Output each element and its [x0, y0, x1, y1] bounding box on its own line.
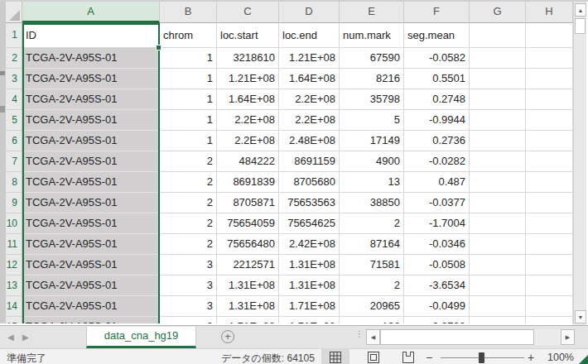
cell[interactable]: 8691159 — [279, 151, 340, 172]
vertical-scrollbar-thumb[interactable] — [575, 18, 586, 34]
horizontal-scrollbar-thumb[interactable] — [380, 329, 534, 345]
cell[interactable]: TCGA-2V-A95S-01 — [22, 151, 160, 172]
scrollbar-splitter-icon[interactable]: ⋮ — [355, 332, 358, 336]
zoom-in-icon[interactable]: + — [528, 351, 534, 364]
cell[interactable]: TCGA-2V-A95S-01 — [22, 89, 160, 110]
cell[interactable]: 75654625 — [279, 213, 340, 234]
cell[interactable]: 5 — [340, 110, 404, 131]
cell[interactable] — [470, 48, 526, 69]
cell[interactable]: 0.2748 — [404, 89, 470, 110]
cell[interactable]: 1.21E+08 — [217, 69, 279, 89]
cell[interactable]: -0.0508 — [404, 255, 470, 275]
page-break-view-button[interactable] — [397, 349, 420, 364]
cell[interactable]: ID — [22, 23, 160, 48]
cell[interactable]: 1 — [160, 89, 217, 110]
row-header-2[interactable]: 2 — [6, 48, 22, 69]
cell[interactable]: loc.end — [279, 23, 340, 48]
cell[interactable] — [526, 89, 573, 110]
cell[interactable]: 1.71E+08 — [279, 317, 340, 323]
cell[interactable]: TCGA-2V-A95S-01 — [22, 172, 160, 193]
column-header-e[interactable]: E — [340, 2, 404, 23]
page-layout-view-button[interactable] — [362, 349, 385, 364]
row-header-1[interactable]: 1 — [6, 23, 22, 48]
cell[interactable]: TCGA-2V-A95S-01 — [22, 69, 160, 89]
row-header-8[interactable]: 8 — [6, 172, 22, 193]
cell[interactable]: 20965 — [340, 296, 404, 317]
scroll-up-icon[interactable]: ▲ — [575, 3, 586, 17]
cell[interactable] — [526, 193, 573, 213]
column-header-b[interactable]: B — [160, 2, 217, 23]
cell[interactable] — [526, 213, 573, 234]
cell[interactable]: loc.start — [217, 23, 279, 48]
cell[interactable]: 75653563 — [279, 193, 340, 213]
zoom-slider-thumb[interactable] — [479, 352, 484, 363]
cell[interactable]: 3 — [160, 296, 217, 317]
cell[interactable]: -3.6534 — [404, 275, 470, 296]
cell[interactable]: 13 — [340, 172, 404, 193]
zoom-level-label[interactable]: 100% — [547, 352, 574, 363]
cell[interactable] — [526, 317, 573, 323]
cell[interactable]: 1.31E+08 — [217, 275, 279, 296]
cell[interactable] — [526, 255, 573, 275]
cell[interactable]: 2.42E+08 — [279, 234, 340, 255]
cell[interactable]: 67590 — [340, 48, 404, 69]
cell[interactable]: 484222 — [217, 151, 279, 172]
cell[interactable]: 75656480 — [217, 234, 279, 255]
cell[interactable]: 8691839 — [217, 172, 279, 193]
row-header-6[interactable]: 6 — [6, 131, 22, 151]
cell[interactable]: 2 — [160, 193, 217, 213]
cell[interactable]: 2 — [160, 172, 217, 193]
select-all-button[interactable] — [6, 2, 22, 23]
cell[interactable]: -0.0582 — [404, 48, 470, 69]
cell[interactable] — [526, 234, 573, 255]
cell[interactable]: 1.64E+08 — [217, 89, 279, 110]
cell[interactable]: 3218610 — [217, 48, 279, 69]
cell[interactable]: TCGA-2V-A95S-01 — [22, 255, 160, 275]
row-header-7[interactable]: 7 — [6, 151, 22, 172]
cell[interactable]: 1 — [160, 69, 217, 89]
cell[interactable] — [470, 89, 526, 110]
cell[interactable]: 2212571 — [217, 255, 279, 275]
cell[interactable]: -0.0282 — [404, 151, 470, 172]
tab-nav-right-icon[interactable]: ▶ — [22, 332, 29, 342]
cell[interactable]: TCGA-2V-A95S-01 — [22, 275, 160, 296]
cell[interactable]: 8216 — [340, 69, 404, 89]
cell[interactable] — [470, 317, 526, 323]
zoom-out-icon[interactable]: − — [426, 351, 432, 364]
cell[interactable]: 3 — [160, 275, 217, 296]
cell[interactable] — [470, 296, 526, 317]
cell[interactable]: 2.48E+08 — [279, 131, 340, 151]
tab-nav-left-icon[interactable]: ◀ — [7, 332, 14, 342]
cell[interactable]: TCGA-2V-A95S-01 — [22, 317, 160, 323]
cell[interactable] — [470, 213, 526, 234]
cell[interactable] — [470, 69, 526, 89]
column-header-g[interactable]: G — [470, 2, 526, 23]
cell[interactable]: 2 — [160, 234, 217, 255]
cell[interactable]: 1.71E+08 — [217, 317, 279, 323]
cell[interactable]: 8705680 — [279, 172, 340, 193]
cell[interactable] — [470, 275, 526, 296]
cell[interactable] — [526, 172, 573, 193]
cell[interactable]: 75654059 — [217, 213, 279, 234]
row-header-4[interactable]: 4 — [6, 89, 22, 110]
row-header-5[interactable]: 5 — [6, 110, 22, 131]
cell[interactable]: 71581 — [340, 255, 404, 275]
column-header-f[interactable]: F — [404, 2, 470, 23]
cell[interactable] — [470, 110, 526, 131]
cell[interactable]: 38850 — [340, 193, 404, 213]
cell[interactable]: 3 — [160, 255, 217, 275]
cell[interactable]: 2 — [340, 213, 404, 234]
cell[interactable] — [470, 172, 526, 193]
cell[interactable] — [470, 234, 526, 255]
cell[interactable]: TCGA-2V-A95S-01 — [22, 193, 160, 213]
row-header-14[interactable]: 14 — [6, 296, 22, 317]
row-header-9[interactable]: 9 — [6, 193, 22, 213]
cell[interactable]: TCGA-2V-A95S-01 — [22, 48, 160, 69]
cell[interactable]: -0.0499 — [404, 296, 470, 317]
cell[interactable] — [470, 131, 526, 151]
cell[interactable]: 2.2E+08 — [279, 110, 340, 131]
cell[interactable] — [470, 255, 526, 275]
cell[interactable]: -0.9944 — [404, 110, 470, 131]
cell[interactable]: 3 — [160, 317, 217, 323]
column-header-h[interactable]: H — [526, 2, 573, 23]
